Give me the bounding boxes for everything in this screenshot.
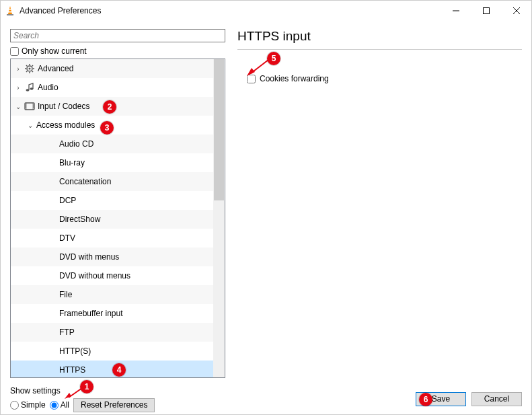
tree-item-label: Access modules (35, 120, 95, 130)
all-radio[interactable] (50, 401, 59, 410)
tree-item[interactable]: Framebuffer input (11, 304, 213, 323)
content-area: Only show current ›Advanced›Audio⌄Input … (1, 21, 531, 414)
annotation-2: 2 (103, 100, 116, 114)
tree-item[interactable]: Audio CD (11, 135, 213, 153)
tree-item-label: HTTP(S) (58, 346, 91, 356)
annotation-3: 3 (100, 121, 114, 135)
window-controls (441, 1, 531, 21)
annotation-1: 1 (80, 380, 93, 393)
tree-item[interactable]: DVD with menus (11, 248, 213, 266)
svg-line-14 (26, 65, 28, 67)
tree-item-label: DVD with menus (58, 252, 119, 262)
svg-marker-30 (65, 393, 71, 399)
tree-item-label: DCP (58, 196, 76, 205)
tree-item[interactable]: ›Advanced (11, 59, 213, 78)
tree-item[interactable]: DVD without menus (11, 266, 213, 285)
annotation-5: 5 (267, 52, 280, 65)
chevron-down-icon[interactable]: ⌄ (26, 122, 35, 129)
simple-radio-label[interactable]: Simple (10, 400, 46, 410)
tree-item[interactable]: DirectShow (11, 210, 213, 229)
chevron-right-icon[interactable]: › (13, 84, 23, 91)
search-input[interactable] (10, 29, 225, 42)
tree-item[interactable]: Blu-ray (11, 153, 213, 172)
chevron-down-icon[interactable]: ⌄ (13, 103, 23, 110)
tree-item-label: Audio (36, 83, 59, 92)
window-frame: Advanced Preferences Only show current ›… (0, 0, 532, 415)
tree-item-label: Framebuffer input (58, 309, 123, 318)
svg-rect-3 (7, 14, 13, 15)
tree-item-label: HTTPS (58, 365, 85, 375)
annotation-arrow-5 (245, 59, 270, 77)
tree-item[interactable]: FTP (11, 323, 213, 342)
tree-item[interactable]: Concatenation (11, 172, 213, 191)
vlc-cone-icon (5, 5, 15, 16)
tree-item[interactable]: HTTP(S) (11, 342, 213, 361)
svg-line-15 (32, 71, 34, 73)
simple-radio[interactable] (10, 401, 19, 410)
tree-item-label: Input / Codecs (36, 102, 89, 111)
tree-item[interactable]: ›Audio (11, 78, 213, 97)
svg-rect-1 (9, 9, 12, 10)
annotation-6: 6 (419, 393, 432, 406)
scrollbar-thumb[interactable] (214, 59, 224, 200)
tree-scrollbar[interactable] (213, 59, 225, 377)
reset-preferences-button[interactable]: Reset Preferences (73, 398, 155, 412)
titlebar: Advanced Preferences (1, 1, 531, 21)
section-divider (237, 49, 522, 50)
simple-radio-text: Simple (21, 400, 46, 410)
tree-item[interactable]: DTV (11, 229, 213, 248)
close-button[interactable] (501, 1, 531, 21)
svg-marker-32 (247, 68, 255, 76)
tree-item-label: DirectShow (58, 215, 100, 224)
svg-point-9 (29, 68, 31, 70)
codec-icon (23, 101, 36, 112)
only-show-current-checkbox[interactable] (10, 47, 19, 56)
all-radio-text: All (61, 400, 69, 410)
gear-icon (23, 63, 36, 74)
only-show-current-label: Only show current (22, 46, 87, 56)
tree-item-label: Audio CD (58, 139, 93, 149)
tree-item-label: Advanced (36, 64, 73, 73)
annotation-4: 4 (112, 363, 126, 377)
tree-container: ›Advanced›Audio⌄Input / Codecs⌄Access mo… (10, 59, 225, 378)
tree-item-label: Concatenation (58, 177, 111, 186)
cancel-button[interactable]: Cancel (471, 392, 522, 406)
svg-marker-0 (8, 6, 12, 14)
only-show-current-row: Only show current (10, 46, 225, 56)
right-pane: HTTPS input Cookies forwarding (237, 29, 522, 383)
minimize-button[interactable] (441, 1, 471, 21)
tree-item-label: FTP (58, 328, 75, 337)
tree-item-label: Blu-ray (58, 158, 85, 167)
tree-item[interactable]: DCP (11, 191, 213, 210)
tree-item[interactable]: File (11, 285, 213, 304)
svg-line-17 (32, 65, 34, 67)
maximize-button[interactable] (471, 1, 501, 21)
svg-rect-5 (483, 8, 489, 14)
tree-item-label: DTV (58, 233, 75, 243)
all-radio-label[interactable]: All (50, 400, 69, 410)
svg-rect-2 (8, 11, 12, 13)
window-title: Advanced Preferences (20, 6, 441, 15)
tree-item-label: File (58, 290, 72, 299)
section-title: HTTPS input (237, 29, 522, 44)
cookies-forwarding-row: Cookies forwarding (247, 74, 522, 83)
chevron-right-icon[interactable]: › (13, 65, 23, 73)
note-icon (23, 82, 36, 93)
cookies-forwarding-label: Cookies forwarding (260, 74, 329, 83)
tree-item-label: DVD without menus (58, 271, 130, 280)
svg-line-16 (26, 71, 28, 73)
left-pane: Only show current ›Advanced›Audio⌄Input … (10, 29, 225, 383)
